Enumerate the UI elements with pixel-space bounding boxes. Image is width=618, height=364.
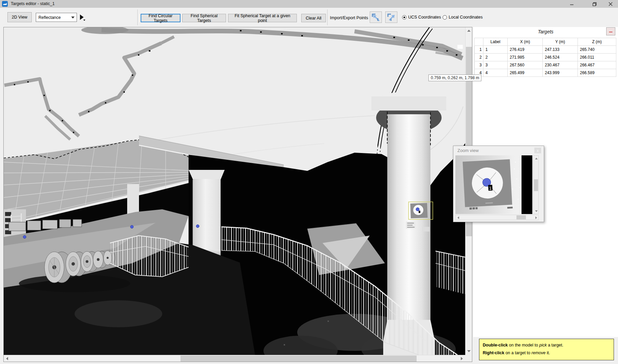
- table-row[interactable]: 4 4 265.499 243.999 266.589: [475, 69, 616, 77]
- wire-fence-right: [436, 251, 465, 294]
- zoom-hscroll-thumb[interactable]: [516, 215, 526, 219]
- viewer-horizontal-scrollbar[interactable]: [4, 355, 465, 362]
- scroll-up-arrow[interactable]: [467, 30, 471, 32]
- zoom-scroll-down-arrow[interactable]: [535, 210, 538, 212]
- title-bar[interactable]: Targets editor - static_1: [0, 0, 618, 8]
- coordinate-tooltip: 0.759 m, 0.262 m, 1.798 m: [428, 74, 481, 81]
- zoom-scroll-left-arrow[interactable]: [457, 216, 459, 219]
- help-line-2: Right-click on a target to remove it.: [483, 349, 610, 357]
- close-button[interactable]: [603, 0, 618, 8]
- render-mode-value: Reflectance: [38, 15, 61, 20]
- find-circular-targets-button[interactable]: Find Circular Targets: [141, 14, 180, 22]
- zoom-horizontal-scrollbar[interactable]: [455, 215, 539, 220]
- targets-editor-window: { "window": { "title": "Targets editor -…: [0, 0, 618, 364]
- viewer-hscroll-thumb[interactable]: [180, 356, 417, 362]
- zoom-view-window[interactable]: Zoom view x 1: [453, 146, 544, 222]
- minimize-button[interactable]: [564, 0, 579, 8]
- zoom-vscroll-thumb[interactable]: [534, 179, 538, 191]
- scrollbar-corner: [465, 355, 472, 362]
- zoom-vertical-scrollbar[interactable]: [533, 155, 539, 214]
- table-row[interactable]: 1 1 276.419 247.133 265.740: [475, 46, 616, 54]
- y-header: Y (m): [543, 38, 578, 46]
- zoom-scroll-right-arrow[interactable]: [535, 216, 537, 219]
- radio-unselected-icon: [443, 15, 447, 20]
- find-spherical-targets-button[interactable]: Find Spherical Targets: [182, 14, 226, 22]
- help-line-1: Double-click on the model to pick a targ…: [483, 341, 610, 349]
- flyout-arrow-button[interactable]: [79, 13, 86, 22]
- export-points-button[interactable]: [385, 11, 397, 23]
- ucs-coordinates-radio[interactable]: UCS Coordinates: [402, 15, 441, 20]
- zoom-target-label: 1: [489, 185, 491, 190]
- help-box: Double-click on the model to pick a targ…: [479, 339, 614, 360]
- import-icon: [371, 13, 381, 22]
- targets-table[interactable]: Label X (m) Y (m) Z (m) 1 1 276.419 247.…: [474, 38, 616, 77]
- app-icon: [2, 1, 8, 7]
- z-header: Z (m): [578, 38, 616, 46]
- render-mode-select[interactable]: Reflectance: [36, 13, 77, 22]
- window-title: Targets editor - static_1: [11, 1, 55, 6]
- toolbar-separator: [327, 9, 328, 25]
- import-points-button[interactable]: [370, 11, 382, 23]
- table-row[interactable]: 2 2 271.985 246.524 266.011: [475, 54, 616, 61]
- row-number-header: [475, 38, 483, 46]
- targets-panel-title: Targets: [473, 29, 618, 34]
- table-header-row: Label X (m) Y (m) Z (m): [475, 38, 616, 46]
- zoom-scroll-up-arrow[interactable]: [535, 158, 538, 159]
- scroll-down-arrow[interactable]: [467, 350, 471, 352]
- fit-spherical-target-button[interactable]: Fit Spherical Target at a given point: [228, 14, 297, 22]
- zoom-view-title: Zoom view: [457, 148, 479, 153]
- export-icon: [387, 13, 396, 22]
- x-header: X (m): [508, 38, 543, 46]
- zoom-view-image[interactable]: 1: [455, 155, 532, 214]
- radio-selected-icon: [402, 15, 406, 20]
- 2d-view-button[interactable]: 2D View: [7, 12, 32, 22]
- clear-all-button[interactable]: Clear All: [301, 14, 326, 22]
- remove-target-button[interactable]: –: [606, 27, 615, 35]
- scan-viewer-canvas[interactable]: [3, 27, 472, 362]
- label-header: Label: [483, 38, 508, 46]
- toolbar-separator: [137, 9, 138, 25]
- chevron-down-icon: [71, 17, 75, 19]
- scroll-right-arrow[interactable]: [461, 357, 463, 360]
- table-row[interactable]: 3 3 267.560 230.467 266.467: [475, 61, 616, 69]
- restore-button[interactable]: [587, 0, 602, 8]
- import-export-label: Import/Export Points: [330, 16, 368, 20]
- zoom-view-close-button[interactable]: x: [534, 148, 541, 153]
- toolbar: 2D View Reflectance Find Circular Target…: [0, 8, 618, 27]
- panoramic-scan-image[interactable]: [4, 27, 465, 355]
- scroll-left-arrow[interactable]: [6, 357, 8, 360]
- local-coordinates-radio[interactable]: Local Coordinates: [443, 15, 483, 20]
